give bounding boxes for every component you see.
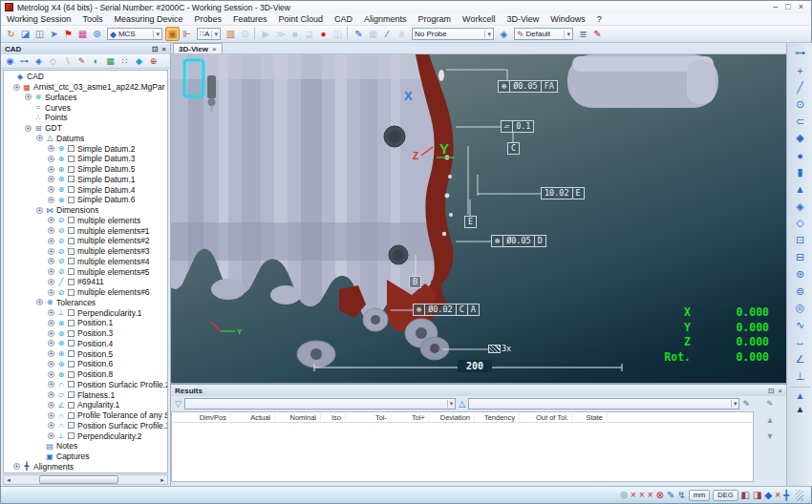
tree-item-checkbox[interactable]	[68, 166, 75, 173]
menu-item[interactable]: Working Session	[1, 14, 76, 24]
dro-z-status-icon[interactable]: ×	[648, 489, 653, 502]
tree-item-checkbox[interactable]	[68, 258, 75, 264]
tree-item-checkbox[interactable]	[68, 320, 75, 326]
tree-item[interactable]: + ⊕ Position.5	[4, 348, 167, 359]
tree-item-checkbox[interactable]	[68, 156, 75, 162]
tree-expander-icon[interactable]: +	[48, 258, 54, 264]
plane-feature-icon[interactable]: ◆	[792, 130, 808, 147]
dro-y-status-icon[interactable]: ×	[639, 489, 645, 502]
results-column-header[interactable]: Tol+	[392, 413, 430, 422]
tree-expander-icon[interactable]: +	[48, 340, 54, 346]
menu-item[interactable]: Tools	[76, 14, 108, 24]
alignment-icon[interactable]: ⊥	[792, 368, 808, 385]
tree-item[interactable]: + ⊕ Position.4	[4, 339, 167, 349]
tree-item-checkbox[interactable]	[68, 350, 75, 357]
datum-label-e[interactable]: E	[464, 216, 477, 228]
tree-expander-icon[interactable]: +	[48, 309, 54, 316]
cad-view-icon[interactable]: ▣	[165, 27, 180, 41]
tree-item[interactable]: + ◈ CAD	[4, 72, 167, 82]
tree-item-checkbox[interactable]	[68, 279, 75, 285]
panel-up-dark-icon[interactable]: ▲	[792, 403, 808, 416]
tree-expander-icon[interactable]: +	[48, 248, 54, 255]
move-down-icon[interactable]: ▼	[766, 431, 775, 441]
tree-expander-icon[interactable]: +	[48, 350, 54, 357]
results-column-header[interactable]: Dim/Pos	[172, 413, 231, 422]
tree-item[interactable]: + ⊥ Perpendicularity.1	[4, 307, 167, 318]
angle-units-button[interactable]: DEG	[713, 490, 737, 501]
tree-expander-icon[interactable]: +	[13, 84, 20, 91]
stylus-status-icon[interactable]: ↯	[677, 489, 685, 502]
scroll-right-icon[interactable]: ►	[158, 477, 167, 483]
results-column-header[interactable]: Tendency	[475, 413, 520, 422]
plane-vector-icon[interactable]: ◇	[792, 215, 808, 232]
circle-feature-icon[interactable]: ⊙	[792, 95, 808, 113]
distance-icon[interactable]: ↔	[792, 334, 808, 351]
open-icon[interactable]: ◪	[18, 27, 32, 41]
tree-item[interactable]: + ⊘ multiple elements#2	[4, 236, 167, 246]
tree-item[interactable]: + ⊕ Position.6	[4, 359, 167, 369]
probe-config-dropdown[interactable]: ✎ Default ▾	[514, 28, 573, 40]
select-icon[interactable]: ◇	[47, 55, 59, 68]
tree-item-checkbox[interactable]	[68, 268, 75, 275]
arc-feature-icon[interactable]: ⊂	[792, 113, 808, 130]
scrollbar-thumb[interactable]	[39, 475, 118, 484]
tree-item-checkbox[interactable]	[68, 402, 75, 409]
surface-icon[interactable]: ◆	[133, 55, 145, 68]
results-column-header[interactable]: Nominal	[275, 413, 321, 422]
record-icon[interactable]: ●	[316, 27, 331, 41]
tree-expander-icon[interactable]: +	[48, 422, 54, 429]
probe-icon[interactable]: ⊕	[147, 55, 160, 68]
menu-item[interactable]: Program	[413, 14, 458, 24]
tree-item-checkbox[interactable]	[68, 238, 75, 244]
resize-grip[interactable]	[796, 490, 803, 501]
tree-item-checkbox[interactable]	[68, 340, 75, 346]
tree-item-checkbox[interactable]	[68, 227, 75, 234]
tree-item[interactable]: + ⊕ Simple Datum.4	[4, 184, 167, 195]
probe-mode-icon[interactable]: ⊩	[180, 27, 194, 41]
move-up-icon[interactable]: ▲	[766, 415, 775, 425]
tree-expander-icon[interactable]: +	[48, 371, 54, 378]
tree-item[interactable]: + ⊘ multiple elements#1	[4, 225, 167, 236]
tree-expander-icon[interactable]: +	[48, 166, 54, 173]
model-top-right-piece[interactable]	[567, 54, 718, 108]
tree-item[interactable]: + ▤ Notes	[4, 441, 167, 452]
claw-icon[interactable]: ⋔	[395, 27, 409, 41]
pick-icon[interactable]: ∖	[61, 55, 74, 68]
menu-item[interactable]: Workcell	[457, 14, 501, 24]
tree-item[interactable]: + ⊕ Position.1	[4, 318, 167, 328]
minimize-button[interactable]: –	[773, 2, 778, 12]
results-filter-dropdown[interactable]: ▾	[184, 398, 456, 410]
results-column-header[interactable]: Actual	[231, 413, 275, 422]
line-feature-icon[interactable]: ╱	[792, 79, 808, 96]
stop-icon[interactable]: ■	[288, 27, 302, 41]
tree-expander-icon[interactable]: +	[48, 186, 54, 193]
tree-expander-icon[interactable]: +	[25, 125, 32, 132]
tree-item[interactable]: + ∴ Points	[4, 113, 167, 123]
tree-item[interactable]: + ⊕ Tolerances	[4, 298, 167, 308]
tree-item-checkbox[interactable]	[68, 197, 75, 203]
menu-item[interactable]: Alignments	[358, 14, 413, 24]
tree-expander-icon[interactable]: +	[48, 176, 54, 182]
device-status-1-icon[interactable]: ◧	[741, 489, 750, 502]
link-icon[interactable]: ⊶	[18, 55, 31, 68]
halt-icon[interactable]: ⊒	[302, 27, 316, 41]
tree-item-checkbox[interactable]	[68, 381, 75, 388]
tree-item[interactable]: + ≋ Surfaces	[4, 93, 167, 103]
surface-feature-icon[interactable]: ◈	[792, 198, 808, 215]
point-feature-icon[interactable]: +	[792, 62, 808, 79]
tree-expander-icon[interactable]: +	[48, 361, 54, 368]
results-pen-icon[interactable]: ✎	[742, 399, 750, 409]
tree-item-checkbox[interactable]	[68, 248, 75, 255]
menu-item[interactable]: Windows	[545, 14, 591, 24]
menu-item[interactable]: ?	[591, 14, 608, 24]
tree-expander-icon[interactable]: +	[48, 412, 54, 419]
tree-item-checkbox[interactable]	[68, 371, 75, 378]
annotate-pen-icon[interactable]: ✎	[766, 399, 774, 409]
tree-item[interactable]: + ⊘ multiple elements#4	[4, 257, 167, 267]
menu-item[interactable]: 3D-View	[501, 14, 545, 24]
tree-item[interactable]: + ⊕ Position.3	[4, 328, 167, 339]
export-icon[interactable]: ➤	[47, 27, 61, 41]
tree-expander-icon[interactable]: +	[48, 402, 54, 409]
tree-expander-icon[interactable]: +	[36, 299, 43, 305]
cone-feature-icon[interactable]: ▲	[792, 180, 808, 198]
